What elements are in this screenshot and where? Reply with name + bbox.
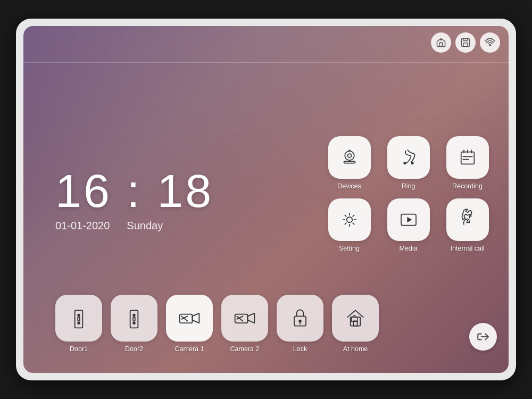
clock-area: 16 : 18 01-01-2020 Sunday — [55, 168, 213, 232]
app-item-door1[interactable]: Door1 — [55, 295, 102, 353]
app-item-setting[interactable]: Setting — [324, 198, 375, 252]
camera2-app-icon — [221, 295, 268, 342]
svg-marker-28 — [193, 313, 200, 323]
bottom-row: Door1 Door2 — [55, 295, 379, 353]
clock-date: 01-01-2020 Sunday — [55, 220, 213, 232]
svg-rect-23 — [130, 310, 138, 328]
wifi-status-icon[interactable] — [480, 32, 500, 53]
svg-point-4 — [345, 151, 354, 161]
camera2-label: Camera 2 — [230, 345, 260, 353]
svg-point-24 — [133, 314, 135, 317]
svg-point-9 — [411, 162, 413, 164]
clock-time: 16 : 18 — [55, 168, 213, 214]
svg-rect-19 — [75, 310, 83, 328]
app-item-camera2[interactable]: Camera 2 — [221, 295, 268, 353]
app-grid: Devices Ring — [324, 136, 493, 252]
app-item-lock[interactable]: Lock — [277, 295, 323, 353]
app-item-media[interactable]: Media — [383, 198, 434, 252]
door1-label: Door1 — [70, 345, 88, 353]
app-item-door2[interactable]: Door2 — [111, 295, 157, 353]
home-status-icon[interactable] — [431, 32, 451, 53]
door2-label: Door2 — [125, 345, 143, 353]
lock-app-icon — [277, 295, 323, 342]
door2-app-icon — [111, 295, 157, 342]
app-item-recording[interactable]: Recording — [442, 136, 493, 190]
save-status-icon[interactable] — [455, 32, 476, 53]
internal-call-label: Internal call — [451, 245, 485, 252]
app-item-at-home[interactable]: At home — [332, 295, 379, 353]
athome-app-icon — [332, 295, 379, 342]
app-item-ring[interactable]: Ring — [383, 136, 434, 190]
svg-rect-1 — [462, 39, 470, 47]
camera1-app-icon — [166, 295, 213, 342]
internal-call-app-icon — [446, 198, 489, 241]
svg-rect-0 — [440, 39, 442, 40]
devices-app-icon — [328, 136, 371, 179]
app-item-devices[interactable]: Devices — [324, 136, 375, 190]
lock-label: Lock — [293, 345, 307, 353]
svg-rect-25 — [133, 317, 135, 321]
media-label: Media — [399, 245, 417, 252]
ring-label: Ring — [402, 182, 415, 190]
recording-label: Recording — [452, 182, 483, 190]
athome-label: At home — [343, 345, 368, 353]
svg-rect-10 — [461, 152, 474, 164]
ring-app-icon — [387, 136, 430, 179]
status-bar — [431, 32, 500, 53]
svg-marker-32 — [248, 313, 255, 323]
svg-point-26 — [133, 322, 135, 324]
clock-day-value: Sunday — [127, 220, 163, 232]
svg-point-16 — [346, 217, 352, 223]
app-item-internal-call[interactable]: Internal call — [442, 198, 493, 252]
media-app-icon — [387, 198, 430, 241]
app-item-camera1[interactable]: Camera 1 — [166, 295, 213, 353]
recording-app-icon — [446, 136, 489, 179]
svg-rect-2 — [463, 43, 468, 46]
devices-label: Devices — [337, 182, 361, 190]
clock-date-value: 01-01-2020 — [55, 220, 110, 232]
svg-marker-18 — [407, 217, 412, 223]
setting-label: Setting — [339, 245, 360, 252]
svg-point-22 — [78, 322, 80, 324]
setting-app-icon — [328, 198, 371, 241]
svg-point-5 — [347, 154, 351, 157]
door1-app-icon — [55, 295, 102, 342]
camera1-label: Camera 1 — [175, 345, 204, 353]
svg-rect-21 — [78, 317, 80, 321]
divider-line — [23, 62, 509, 63]
svg-point-8 — [404, 162, 406, 164]
svg-point-20 — [78, 314, 80, 317]
svg-point-3 — [489, 45, 491, 46]
exit-button[interactable] — [469, 323, 497, 351]
tablet-outer: 16 : 18 01-01-2020 Sunday — [16, 19, 516, 380]
tablet-screen: 16 : 18 01-01-2020 Sunday — [23, 26, 509, 373]
